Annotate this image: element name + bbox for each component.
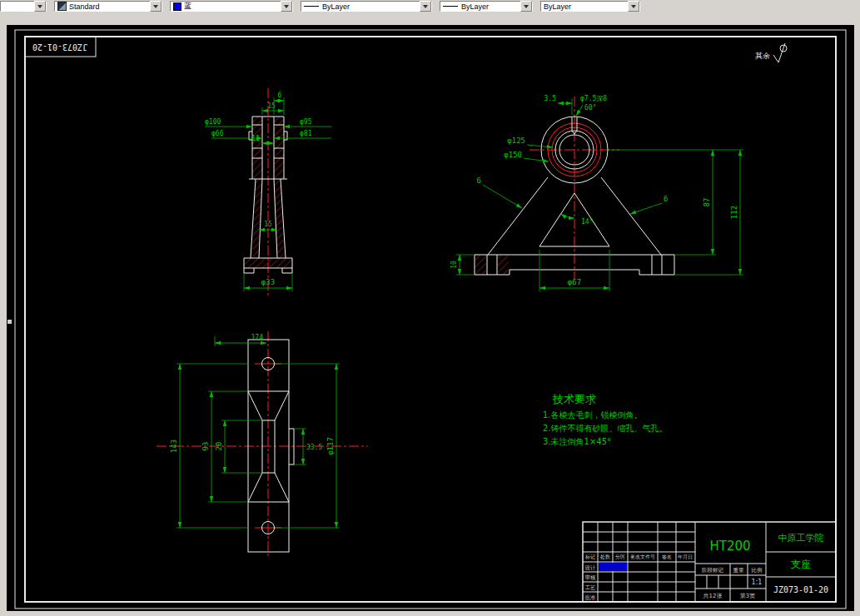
dim-base-thickness[interactable]: 10: [450, 261, 458, 269]
col-label-signature: 签名: [662, 554, 672, 560]
stage-label: 阶段标记: [702, 567, 724, 574]
tech-req-title[interactable]: 技术要求: [552, 393, 596, 405]
page-number: 第3页: [740, 593, 755, 599]
dropdown-arrow-icon[interactable]: [34, 1, 46, 12]
dim-87[interactable]: 87: [703, 198, 711, 207]
dim-left-inner[interactable]: φ66: [211, 130, 224, 137]
dim-bore-width[interactable]: 11: [251, 135, 260, 142]
combo-plotstyle[interactable]: ByLayer: [540, 1, 640, 12]
col-label-mark: 标记: [584, 554, 595, 560]
toolbar-separator: [533, 0, 540, 12]
weight-label: 重量: [733, 567, 745, 574]
scale-label: 比例: [752, 567, 763, 574]
combo-color-value: 蓝: [184, 1, 279, 12]
combo-linetype[interactable]: ByLayer: [301, 1, 432, 12]
role-approver: 批准: [585, 594, 597, 601]
drawing-number[interactable]: JZ073-01-20: [773, 585, 828, 594]
tech-req-item[interactable]: 3.未注倒角1×45°: [543, 437, 611, 446]
model-space[interactable]: [7, 25, 854, 611]
role-designer: 设计: [585, 564, 597, 571]
dim-112[interactable]: 112: [730, 206, 738, 219]
dim-phi33[interactable]: φ33: [261, 278, 275, 286]
combo-lineweight[interactable]: ByLayer: [440, 1, 533, 12]
tech-req-item[interactable]: 2.铸件不得有砂眼、缩孔、气孔。: [543, 424, 668, 433]
dim-phi125[interactable]: φ125: [507, 137, 525, 145]
col-label-change-doc: 更改文件号: [630, 554, 655, 559]
dim-phi67[interactable]: φ67: [568, 278, 581, 286]
dim-rib-right[interactable]: 6: [664, 195, 668, 203]
dim-top-width2[interactable]: 15: [267, 102, 276, 110]
sheets-count: 共12张: [703, 593, 723, 599]
dim-174[interactable]: 174: [251, 334, 264, 341]
left-edge-mark: [7, 320, 12, 324]
surface-note[interactable]: 其余: [755, 52, 770, 60]
combo-style[interactable]: Standard: [54, 1, 162, 12]
part-name-label[interactable]: 支座: [791, 559, 811, 570]
col-label-date: 年月日: [678, 554, 693, 560]
combo-color[interactable]: 蓝: [170, 1, 293, 12]
color-swatch-icon: [173, 2, 181, 11]
dropdown-arrow-icon[interactable]: [150, 1, 162, 12]
toolbar-separator: [432, 0, 440, 12]
dim-20[interactable]: 20: [215, 442, 223, 451]
dim-top-width[interactable]: 6: [278, 92, 282, 99]
linetype-icon: [304, 6, 319, 7]
dropdown-arrow-icon[interactable]: [420, 1, 431, 12]
lineweight-icon: [443, 6, 458, 7]
dropdown-arrow-icon[interactable]: [520, 1, 532, 12]
highlighted-cell[interactable]: [599, 563, 627, 571]
dim-hole-note[interactable]: φ7.5深8: [580, 95, 607, 102]
combo-linetype-value: ByLayer: [322, 2, 418, 11]
combo-style-value: Standard: [69, 2, 148, 11]
role-checker: 审核: [585, 574, 597, 581]
toolbar-separator: [293, 0, 301, 12]
dim-right-outer[interactable]: φ95: [300, 118, 312, 126]
tech-req-item[interactable]: 1.各棱去毛刺，锐棱倒角。: [543, 410, 643, 420]
frame-label[interactable]: JZ073-01-20: [32, 42, 87, 52]
toolbar-separator: [47, 0, 54, 12]
col-label-zone: 分区: [615, 554, 625, 559]
combo-partial[interactable]: [0, 1, 47, 12]
dim-93[interactable]: 93: [201, 442, 210, 451]
dim-draft-angle[interactable]: 14°: [581, 218, 593, 226]
dim-33-5[interactable]: 33.5: [306, 444, 322, 451]
style-icon: [57, 2, 67, 11]
object-properties-toolbar: Standard 蓝 ByLayer ByLayer ByLayer: [0, 0, 860, 13]
dim-right-inner[interactable]: φ81: [300, 130, 312, 137]
dropdown-arrow-icon[interactable]: [281, 1, 292, 12]
dim-phi150[interactable]: φ150: [504, 151, 522, 159]
combo-plotstyle-value: ByLayer: [544, 2, 626, 11]
dim-hole-offset[interactable]: 3.5: [544, 95, 557, 102]
material-label[interactable]: HT200: [709, 539, 750, 554]
scale-value: 1:1: [752, 579, 763, 586]
dim-rib[interactable]: 15: [264, 221, 272, 228]
col-label-count: 处数: [599, 554, 610, 560]
dim-hole-angle[interactable]: 60°: [584, 104, 596, 112]
dropdown-arrow-icon[interactable]: [628, 1, 639, 12]
drawing-canvas[interactable]: JZ073-01-20 其余: [0, 0, 860, 616]
cad-window: Standard 蓝 ByLayer ByLayer ByLayer: [0, 0, 860, 616]
dim-left-outer[interactable]: φ100: [205, 118, 221, 126]
company-label[interactable]: 中原工学院: [778, 533, 824, 544]
combo-lineweight-value: ByLayer: [461, 2, 519, 11]
dim-rib-left[interactable]: 6: [477, 176, 481, 185]
dim-phi117[interactable]: φ117: [326, 437, 335, 455]
role-process: 工艺: [585, 584, 597, 591]
dim-143[interactable]: 143: [170, 440, 178, 453]
toolbar-separator: [162, 0, 170, 12]
